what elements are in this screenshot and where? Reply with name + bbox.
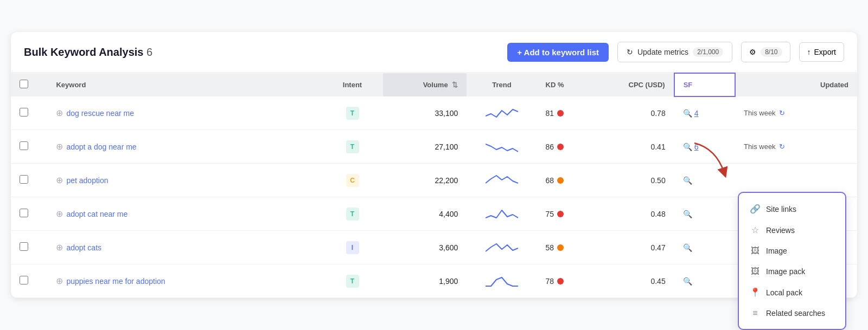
kd-value: 78 [546,277,554,286]
keyword-text: adopt cats [66,243,101,252]
row-checkbox[interactable] [20,209,28,217]
keyword-link[interactable]: ⊕ dog rescue near me [56,108,313,118]
add-keyword-icon[interactable]: ⊕ [56,175,63,185]
add-keyword-icon[interactable]: ⊕ [56,108,63,118]
sf-magnifier-icon: 🔍 [683,277,692,286]
cpc-value: 0.47 [650,243,665,252]
export-icon: ↑ [807,48,811,56]
updated-cell: This week ↻ [744,109,848,117]
sf-count[interactable]: 6 [694,143,699,151]
sf-feature-label: Image [766,247,787,255]
sf-cell: 🔍 [683,243,726,252]
row-checkbox[interactable] [20,276,28,284]
page-title: Bulk Keyword Analysis 6 [24,46,499,59]
col-updated: Updated [735,73,857,96]
col-sf[interactable]: SF [674,73,735,96]
keyword-link[interactable]: ⊕ adopt a dog near me [56,141,313,152]
trend-cell [467,264,537,298]
sf-magnifier-icon: 🔍 [683,210,692,218]
sf-popup-item[interactable]: 📍 Local pack [739,282,845,303]
volume-value: 4,400 [439,210,458,218]
sf-popup-item[interactable]: 🖼 Image pack [739,261,845,282]
settings-button[interactable]: ⚙ 8/10 [741,42,790,62]
kd-cell: 78 [546,277,589,286]
sf-magnifier-icon: 🔍 [683,243,692,252]
table-row: ⊕ adopt a dog near me T 27,100 86 0.41 🔍… [11,130,857,164]
sf-cell: 🔍 6 [683,143,726,151]
keyword-link[interactable]: ⊕ adopt cats [56,242,313,253]
col-cpc: CPC (USD) [598,73,674,96]
kd-cell: 81 [546,109,589,118]
trend-cell [467,231,537,264]
cpc-value: 0.50 [650,176,665,185]
table-row: ⊕ dog rescue near me T 33,100 81 0.78 🔍 … [11,96,857,130]
kd-dot [557,144,564,150]
keyword-text: dog rescue near me [66,109,134,118]
refresh-icon[interactable]: ↻ [779,143,785,151]
add-keyword-icon[interactable]: ⊕ [56,209,63,219]
sf-popup-item[interactable]: ☆ Reviews [739,219,845,241]
kd-value: 58 [546,243,554,252]
refresh-icon[interactable]: ↻ [779,109,785,117]
volume-value: 22,200 [435,176,458,185]
cpc-value: 0.78 [650,109,665,118]
row-checkbox[interactable] [20,242,28,251]
gear-icon: ⚙ [749,48,756,56]
volume-value: 27,100 [435,143,458,151]
select-all-checkbox[interactable] [20,80,28,88]
trend-cell [467,96,537,130]
sf-feature-icon: 🖼 [750,246,761,256]
intent-badge: T [346,140,359,153]
kd-dot [557,278,564,284]
keyword-link[interactable]: ⊕ puppies near me for adoption [56,276,313,286]
add-keyword-icon[interactable]: ⊕ [56,242,63,253]
table-row: ⊕ puppies near me for adoption T 1,900 7… [11,264,857,298]
settings-badge: 8/10 [761,47,782,57]
kd-value: 68 [546,176,554,185]
intent-badge: T [346,275,359,288]
kd-value: 86 [546,143,554,151]
kd-cell: 86 [546,143,589,151]
export-button[interactable]: ↑ Export [799,42,844,62]
keyword-link[interactable]: ⊕ pet adoption [56,175,313,185]
sf-popup-item[interactable]: 🔗 Site links [739,198,845,219]
col-intent: Intent [322,73,382,96]
sf-popup-item[interactable]: 🖼 Image [739,241,845,261]
sf-cell: 🔍 4 [683,109,726,118]
cpc-value: 0.48 [650,210,665,218]
sf-feature-icon: ☆ [750,225,761,235]
cpc-value: 0.41 [650,143,665,151]
sf-popup-item[interactable]: ≡ Related searches [739,303,845,323]
col-volume[interactable]: Volume ⇅ [383,73,467,96]
sf-features-popup: 🔗 Site links ☆ Reviews 🖼 Image 🖼 Image p… [738,192,846,330]
sf-feature-label: Reviews [766,226,795,235]
sf-feature-label: Local pack [766,288,802,297]
sf-feature-icon: 🔗 [750,204,761,214]
sf-magnifier-icon: 🔍 [683,143,692,151]
keyword-link[interactable]: ⊕ adopt cat near me [56,209,313,219]
intent-badge: T [346,208,359,221]
update-metrics-button[interactable]: ↻ Update metrics 2/1,000 [617,42,732,62]
col-keyword: Keyword [47,73,322,96]
keyword-text: puppies near me for adoption [66,277,165,286]
kd-value: 75 [546,210,554,218]
sf-cell: 🔍 [683,210,726,218]
add-to-keyword-list-button[interactable]: + Add to keyword list [507,43,609,62]
row-checkbox[interactable] [20,108,28,117]
add-keyword-icon[interactable]: ⊕ [56,141,63,152]
keyword-text: pet adoption [66,176,108,185]
main-container: Bulk Keyword Analysis 6 + Add to keyword… [11,32,857,298]
refresh-icon: ↻ [627,48,633,56]
kd-dot [557,211,564,217]
table-row: ⊕ pet adoption C 22,200 68 0.50 🔍 [11,164,857,197]
sf-cell: 🔍 [683,176,726,185]
row-checkbox[interactable] [20,175,28,184]
row-checkbox[interactable] [20,141,28,150]
sf-count[interactable]: 4 [694,109,699,118]
trend-cell [467,164,537,197]
keyword-text: adopt cat near me [66,210,127,218]
volume-value: 3,600 [439,243,458,252]
updated-text: This week [744,109,776,117]
kd-cell: 75 [546,210,589,218]
add-keyword-icon[interactable]: ⊕ [56,276,63,286]
